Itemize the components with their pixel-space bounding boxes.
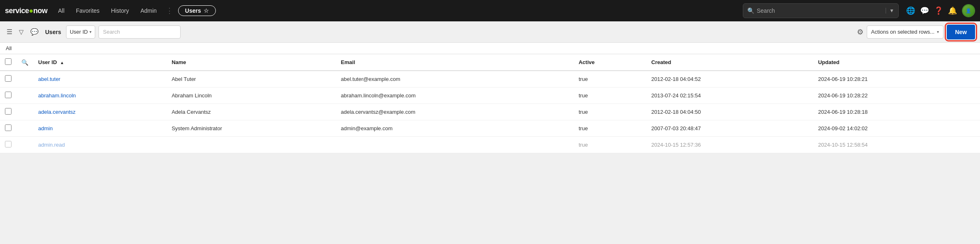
globe-icon[interactable]: 🌐 — [906, 6, 915, 15]
row-checkbox-cell[interactable] — [0, 137, 16, 153]
user-id-link[interactable]: admin — [38, 125, 53, 131]
row-checkbox[interactable] — [5, 75, 11, 82]
avatar-image: 👤 — [963, 5, 974, 16]
search-chevron-icon[interactable]: ▼ — [886, 8, 894, 14]
field-selector-chevron: ▾ — [89, 30, 92, 34]
table-header: 🔍 User ID ▲ Name Email Active Created Up… — [0, 54, 980, 71]
avatar[interactable]: 👤 — [962, 4, 975, 17]
header-search-icon[interactable]: 🔍 — [21, 59, 28, 66]
users-pill[interactable]: Users ☆ — [178, 5, 216, 16]
row-user-id-cell[interactable]: abraham.lincoln — [33, 87, 167, 104]
row-user-id-cell[interactable]: adela.cervantsz — [33, 104, 167, 120]
row-checkbox[interactable] — [5, 124, 11, 131]
row-updated-cell: 2024-06-19 10:28:18 — [813, 104, 980, 120]
chat-icon[interactable]: 💬 — [920, 6, 929, 15]
row-active-cell: true — [574, 87, 646, 104]
row-name-cell: Adela Cervantsz — [167, 104, 336, 120]
search-icon: 🔍 — [747, 7, 754, 14]
comment-icon[interactable]: 💬 — [29, 26, 40, 37]
row-active-cell: true — [574, 120, 646, 137]
row-user-id-cell[interactable]: admin.read — [33, 137, 167, 153]
row-updated-cell: 2024-09-02 14:02:02 — [813, 120, 980, 137]
table-row: admin System Administrator admin@example… — [0, 120, 980, 137]
menu-icon[interactable]: ☰ — [5, 26, 14, 37]
row-search-cell — [16, 104, 33, 120]
users-pill-label: Users — [185, 7, 201, 14]
top-nav: service●now All Favorites History Admin … — [0, 0, 980, 21]
logo-suffix: now — [33, 7, 48, 15]
row-checkbox[interactable] — [5, 108, 11, 115]
row-checkbox-cell[interactable] — [0, 120, 16, 137]
header-search-col: 🔍 — [16, 54, 33, 71]
table-row: admin.read true 2024-10-15 12:57:36 2024… — [0, 137, 980, 153]
row-user-id-cell[interactable]: abel.tuter — [33, 71, 167, 87]
select-all-checkbox[interactable] — [5, 58, 11, 65]
row-created-cell: 2012-02-18 04:04:50 — [646, 104, 813, 120]
header-email: Email — [336, 54, 574, 71]
row-created-cell: 2013-07-24 02:15:54 — [646, 87, 813, 104]
table-row: abraham.lincoln Abraham Lincoln abraham.… — [0, 87, 980, 104]
row-name-cell: System Administrator — [167, 120, 336, 137]
row-email-cell: adela.cervantsz@example.com — [336, 104, 574, 120]
breadcrumb-text: All — [6, 45, 11, 51]
header-created: Created — [646, 54, 813, 71]
header-user-id[interactable]: User ID ▲ — [33, 54, 167, 71]
row-search-cell — [16, 71, 33, 87]
row-checkbox[interactable] — [5, 92, 11, 98]
gear-icon[interactable]: ⚙ — [857, 28, 863, 37]
row-active-cell: true — [574, 137, 646, 153]
nav-separator: ⋮ — [164, 6, 175, 15]
filter-icon[interactable]: ▽ — [17, 27, 25, 37]
row-updated-cell: 2024-06-19 10:28:22 — [813, 87, 980, 104]
star-icon[interactable]: ☆ — [204, 7, 209, 14]
row-created-cell: 2012-02-18 04:04:52 — [646, 71, 813, 87]
user-id-link[interactable]: abraham.lincoln — [38, 92, 76, 99]
new-button[interactable]: New — [947, 25, 975, 39]
actions-dropdown-label: Actions on selected rows... — [871, 29, 935, 35]
global-search-bar[interactable]: 🔍 ▼ — [743, 3, 899, 18]
row-created-cell: 2024-10-15 12:57:36 — [646, 137, 813, 153]
toolbar: ☰ ▽ 💬 Users User ID ▾ ⚙ Actions on selec… — [0, 21, 980, 43]
bell-icon[interactable]: 🔔 — [948, 6, 957, 15]
table-row: adela.cervantsz Adela Cervantsz adela.ce… — [0, 104, 980, 120]
field-selector[interactable]: User ID ▾ — [66, 25, 95, 39]
row-checkbox-cell[interactable] — [0, 87, 16, 104]
row-created-cell: 2007-07-03 20:48:47 — [646, 120, 813, 137]
user-id-link[interactable]: admin.read — [38, 142, 65, 148]
table-row: abel.tuter Abel Tuter abel.tuter@example… — [0, 71, 980, 87]
toolbar-search-input[interactable] — [98, 25, 181, 39]
nav-all[interactable]: All — [54, 6, 69, 16]
actions-dropdown[interactable]: Actions on selected rows... ▾ — [867, 25, 944, 39]
row-user-id-cell[interactable]: admin — [33, 120, 167, 137]
header-checkbox-col[interactable] — [0, 54, 16, 71]
nav-history[interactable]: History — [107, 6, 133, 16]
logo-dot: ● — [29, 7, 33, 15]
row-email-cell — [336, 137, 574, 153]
row-email-cell: abraham.lincoln@example.com — [336, 87, 574, 104]
row-checkbox[interactable] — [5, 141, 11, 147]
header-name: Name — [167, 54, 336, 71]
user-id-link[interactable]: adela.cervantsz — [38, 109, 76, 115]
nav-icons: 🌐 💬 ❓ 🔔 👤 — [906, 4, 975, 17]
header-user-id-label: User ID — [38, 59, 57, 65]
row-search-cell — [16, 137, 33, 153]
actions-chevron-icon: ▾ — [937, 30, 939, 34]
row-checkbox-cell[interactable] — [0, 71, 16, 87]
nav-admin[interactable]: Admin — [136, 6, 161, 16]
nav-favorites[interactable]: Favorites — [72, 6, 104, 16]
table-body: abel.tuter Abel Tuter abel.tuter@example… — [0, 71, 980, 153]
row-active-cell: true — [574, 71, 646, 87]
users-table: 🔍 User ID ▲ Name Email Active Created Up… — [0, 54, 980, 153]
help-icon[interactable]: ❓ — [934, 6, 943, 15]
global-search-input[interactable] — [757, 7, 883, 14]
row-name-cell: Abraham Lincoln — [167, 87, 336, 104]
field-selector-label: User ID — [70, 29, 88, 35]
user-id-link[interactable]: abel.tuter — [38, 76, 60, 82]
header-active: Active — [574, 54, 646, 71]
logo-text: service●now — [5, 7, 47, 15]
row-name-cell — [167, 137, 336, 153]
logo[interactable]: service●now — [5, 7, 47, 15]
row-checkbox-cell[interactable] — [0, 104, 16, 120]
row-name-cell: Abel Tuter — [167, 71, 336, 87]
row-active-cell: true — [574, 104, 646, 120]
